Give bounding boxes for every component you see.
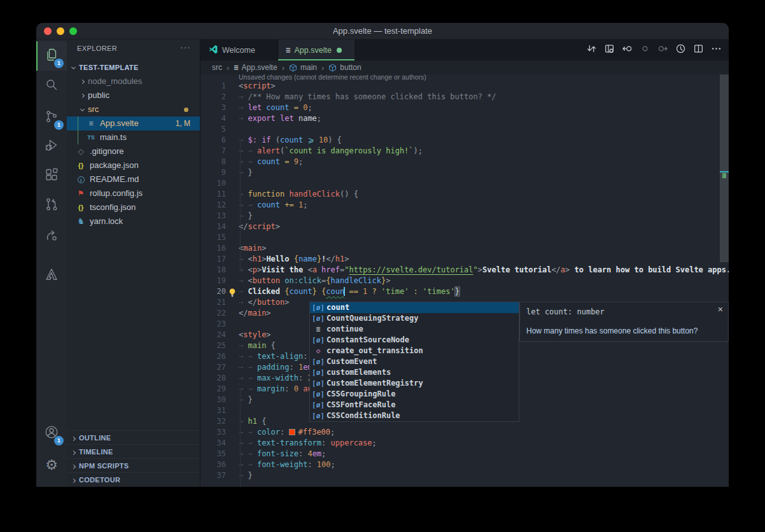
modified-dot-icon <box>184 108 188 112</box>
toolbar-open-preview[interactable] <box>600 43 618 58</box>
code-line-17[interactable]: 17→ <h1>Hello {name}!</h1> <box>200 254 729 265</box>
code-line-8[interactable]: 8→ → count = 9; <box>200 157 729 167</box>
tree-item-package-json[interactable]: {}package.json <box>67 158 200 172</box>
editor-toolbar <box>582 39 725 60</box>
code-line-16[interactable]: 16<main> <box>200 243 729 254</box>
chevron-right-icon <box>71 479 76 483</box>
suggestion-continue[interactable]: ≣continue <box>310 324 519 335</box>
breadcrumb-item-button[interactable]: button <box>328 63 361 72</box>
activity-item-run-debug[interactable] <box>36 132 67 161</box>
symbol-box-icon <box>328 64 337 72</box>
line-content: → → count = 9; <box>239 157 303 167</box>
code-line-6[interactable]: 6→ $: if (count ⩾ 10) { <box>200 135 729 146</box>
code-line-1[interactable]: 1<script> <box>200 81 729 92</box>
code-line-2[interactable]: 2→ /** How many times has someone clicke… <box>200 92 729 102</box>
toolbar-split-editor[interactable] <box>689 43 707 58</box>
code-line-10[interactable]: 10 <box>200 178 729 189</box>
code-line-36[interactable]: 36→ → font-weight: 100; <box>200 459 729 470</box>
breadcrumb-item-main[interactable]: main <box>289 63 317 72</box>
overview-git-marker <box>722 173 726 178</box>
close-icon[interactable]: × <box>718 304 723 314</box>
activity-item-source-control[interactable]: 1 <box>36 103 67 132</box>
tree-item-node-modules[interactable]: node_modules <box>67 74 200 88</box>
file-label: node_modules <box>88 74 142 88</box>
workspace-root-folder[interactable]: TEST-TEMPLATE <box>67 60 200 74</box>
suggestion-create_out_transition[interactable]: ◇create_out_transition <box>310 346 519 356</box>
tree-indent-guide <box>78 116 78 144</box>
code-line-19[interactable]: 19→ <button on:click={handleClick}> <box>200 276 729 286</box>
svelte-file-icon: ≡ <box>286 45 291 55</box>
code-line-18[interactable]: 18→ <p>Visit the <a href="https://svelte… <box>200 265 729 276</box>
code-line-15[interactable]: 15 <box>200 232 729 243</box>
tree-item-rollup-config-js[interactable]: ⚑rollup.config.js <box>67 186 200 200</box>
activity-item-settings[interactable]: ⚙ <box>36 451 67 480</box>
tree-item-yarn-lock[interactable]: ♞yarn.lock <box>67 214 200 228</box>
tree-item-src[interactable]: src <box>67 102 200 116</box>
activity-item-live-share[interactable] <box>36 222 67 251</box>
code-line-34[interactable]: 34→ → text-transform: uppercase; <box>200 438 729 449</box>
tree-item-tsconfig-json[interactable]: {}tsconfig.json <box>67 200 200 214</box>
code-line-9[interactable]: 9→ } <box>200 167 729 178</box>
breadcrumb-item-src[interactable]: src <box>212 63 222 72</box>
toolbar-file-history[interactable] <box>671 43 689 58</box>
suggestion-countqueuingstrategy[interactable]: [ø]CountQueuingStrategy <box>310 313 519 324</box>
tab-app-svelte[interactable]: ≡ App.svelte <box>278 39 354 60</box>
suggestion-cssconditionrule[interactable]: [ø]CSSConditionRule <box>310 410 519 421</box>
line-number: 11 <box>200 189 226 200</box>
suggestion-label: continue <box>326 324 363 335</box>
section-codetour[interactable]: CODETOUR <box>67 472 200 486</box>
activity-item-azure[interactable] <box>36 261 67 290</box>
activity-item-github-pull-requests[interactable] <box>36 191 67 220</box>
tree-item--gitignore[interactable]: ◇.gitignore <box>67 144 200 158</box>
toolbar-more-actions[interactable] <box>707 43 725 58</box>
code-editor[interactable]: Unsaved changes (cannot determine recent… <box>200 73 729 487</box>
code-line-3[interactable]: 3→ let count = 0; <box>200 102 729 113</box>
suggestion-count[interactable]: [ø]count <box>310 302 519 313</box>
code-line-5[interactable]: 5 <box>200 124 729 135</box>
suggestion-cssgroupingrule[interactable]: [ø]CSSGroupingRule <box>310 389 519 400</box>
badge: 1 <box>54 59 64 68</box>
code-line-14[interactable]: 14</script> <box>200 221 729 232</box>
editor-scrollbar[interactable] <box>720 74 729 262</box>
tree-item-main-ts[interactable]: TSmain.ts <box>67 130 200 144</box>
section-npm-scripts[interactable]: NPM SCRIPTS <box>67 458 200 472</box>
line-content: → let count = 0; <box>239 102 312 113</box>
tab-welcome[interactable]: Welcome <box>200 39 278 60</box>
line-number: 1 <box>200 81 226 92</box>
code-line-35[interactable]: 35→ → font-size: 4em; <box>200 449 729 459</box>
tree-item-app-svelte[interactable]: ≡App.svelte1, M <box>67 116 200 130</box>
code-line-12[interactable]: 12→ → count += 1; <box>200 200 729 211</box>
activity-item-accounts[interactable]: 1 <box>36 419 67 448</box>
toolbar-change-marker[interactable] <box>636 43 654 58</box>
section-outline[interactable]: OUTLINE <box>67 430 200 444</box>
code-line-37[interactable]: 37→ } <box>200 470 729 481</box>
suggestion-customevent[interactable]: [ø]CustomEvent <box>310 356 519 367</box>
explorer-more-actions-icon[interactable]: ··· <box>180 42 191 52</box>
preview-icon <box>604 43 615 57</box>
codelens-unsaved-changes[interactable]: Unsaved changes (cannot determine recent… <box>239 73 729 81</box>
toolbar-open-changes[interactable] <box>582 43 600 58</box>
tree-item-readme-md[interactable]: iREADME.md <box>67 172 200 186</box>
breadcrumb-item-app-svelte[interactable]: ≡App.svelte <box>234 63 277 72</box>
section-timeline[interactable]: TIMELINE <box>67 444 200 458</box>
code-line-7[interactable]: 7→ → alert(`count is dangerously high!`)… <box>200 146 729 157</box>
code-line-4[interactable]: 4→ export let name; <box>200 113 729 124</box>
suggestion-cssfontfacerule[interactable]: [ø]CSSFontFaceRule <box>310 400 519 410</box>
code-line-20[interactable]: 20→ Clicked {count} {coun == 1 ? 'time' … <box>200 286 729 297</box>
code-line-13[interactable]: 13→ } <box>200 211 729 221</box>
activity-item-explorer[interactable]: 1 <box>36 41 67 71</box>
suggestion-customelements[interactable]: [ø]customElements <box>310 367 519 378</box>
suggestion-customelementregistry[interactable]: [ø]CustomElementRegistry <box>310 378 519 389</box>
activity-item-extensions[interactable] <box>36 162 67 191</box>
file-label: yarn.lock <box>90 214 123 228</box>
activity-item-search[interactable] <box>36 71 67 101</box>
ellipsis-icon <box>711 43 722 57</box>
tree-item-public[interactable]: public <box>67 88 200 102</box>
suggestion-constantsourcenode[interactable]: [ø]ConstantSourceNode <box>310 335 519 346</box>
line-number: 8 <box>200 157 226 167</box>
code-line-33[interactable]: 33→ → color: #ff3e00; <box>200 427 729 438</box>
toolbar-next-change[interactable] <box>654 43 671 58</box>
code-line-11[interactable]: 11→ function handleClick() { <box>200 189 729 200</box>
lightbulb-icon[interactable] <box>227 288 237 298</box>
toolbar-previous-change[interactable] <box>618 43 636 58</box>
